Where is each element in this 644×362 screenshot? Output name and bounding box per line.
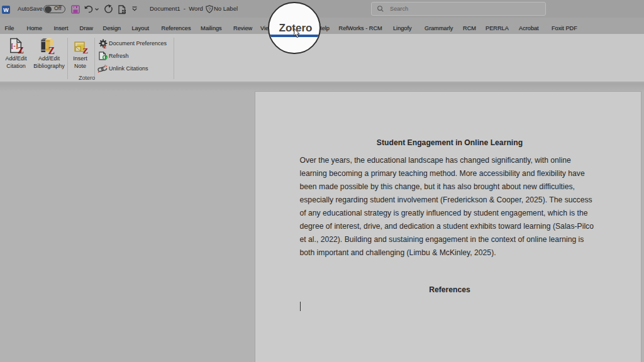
- svg-text:W: W: [3, 7, 9, 13]
- svg-text:Z: Z: [48, 45, 55, 55]
- svg-text:?: ?: [208, 6, 211, 12]
- svg-text:[-]: [-]: [11, 41, 18, 49]
- svg-text:Z: Z: [82, 46, 88, 55]
- svg-text:Z: Z: [18, 45, 24, 55]
